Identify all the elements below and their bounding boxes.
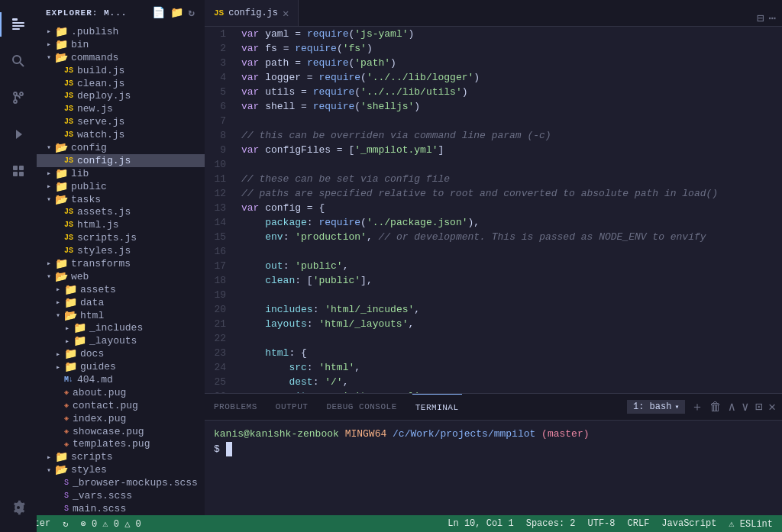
status-encoding[interactable]: UTF-8 [585, 518, 619, 529]
terminal-cursor [226, 442, 232, 457]
sidebar-item-assets-js[interactable]: JS assets.js [37, 205, 205, 218]
scroll-down-icon[interactable]: ∨ [742, 399, 749, 414]
terminal-content[interactable]: kanis@kanishk-zenbook MINGW64 /c/Work/pr… [205, 421, 782, 515]
debug-activity-icon[interactable] [0, 116, 37, 153]
tab-close-icon[interactable]: ✕ [283, 7, 289, 20]
layouts-arrow [61, 337, 73, 346]
browser-mockups-label: _browser-mockups.scss [73, 477, 198, 488]
sidebar-item-showcase[interactable]: ◈ showcase.pug [37, 425, 205, 438]
settings-activity-icon[interactable] [0, 489, 37, 526]
sidebar-item-styles-js[interactable]: JS styles.js [37, 244, 205, 257]
tab-output[interactable]: OUTPUT [273, 394, 312, 421]
search-activity-icon[interactable] [0, 43, 37, 79]
status-lint[interactable]: ⚠ ESLint [725, 518, 776, 530]
sidebar-item-public[interactable]: 📁 public [37, 180, 205, 193]
maximize-panel-icon[interactable]: ⊡ [755, 399, 763, 414]
bash-badge[interactable]: 1: bash ▾ [627, 400, 685, 414]
scroll-up-icon[interactable]: ∧ [728, 399, 735, 414]
styles-js-icon: JS [64, 247, 73, 255]
refresh-icon[interactable]: ↻ [189, 6, 196, 19]
status-position[interactable]: Ln 10, Col 1 [444, 518, 516, 529]
sidebar-item-html-js[interactable]: JS html.js [37, 218, 205, 231]
includes-label: _includes [89, 322, 143, 334]
sidebar-item-about[interactable]: ◈ about.pug [37, 386, 205, 399]
sidebar-item-web-html[interactable]: 📂 html [37, 309, 205, 322]
tab-bar: JS config.js ✕ ⊟ ⋯ [205, 0, 782, 27]
sidebar-item-browser-mockups[interactable]: S _browser-mockups.scss [37, 476, 205, 489]
tab-terminal[interactable]: TERMINAL [412, 394, 462, 421]
add-terminal-icon[interactable]: ＋ [691, 399, 703, 415]
alert-count: 0 [136, 519, 141, 530]
web-data-arrow [52, 298, 64, 307]
sidebar-item-watch[interactable]: JS watch.js [37, 128, 205, 141]
new-folder-icon[interactable]: 📁 [170, 6, 184, 19]
terminal-prompt: kanis@kanishk-zenbook MINGW64 /c/Work/pr… [214, 427, 773, 442]
sidebar-item-main-scss[interactable]: S main.scss [37, 502, 205, 515]
sidebar-item-index[interactable]: ◈ index.pug [37, 412, 205, 425]
sidebar-item-styles-folder[interactable]: 📂 styles [37, 463, 205, 476]
more-actions-icon[interactable]: ⋯ [768, 11, 776, 26]
new-file-icon[interactable]: 📄 [152, 6, 166, 19]
bin-arrow [43, 40, 55, 49]
sidebar-item-bin[interactable]: 📁 bin [37, 38, 205, 51]
extensions-activity-icon[interactable] [0, 153, 37, 189]
sidebar-item-includes[interactable]: 📁 _includes [37, 321, 205, 334]
lib-label: lib [71, 168, 89, 179]
status-language[interactable]: JavaScript [658, 518, 719, 529]
sidebar-item-config-js[interactable]: JS config.js [37, 154, 205, 167]
sidebar-item-config[interactable]: 📂 config [37, 141, 205, 154]
sidebar-item-templates[interactable]: ◈ templates.pug [37, 438, 205, 451]
sidebar-item-layouts[interactable]: 📁 _layouts [37, 334, 205, 347]
sidebar-item-vars-scss[interactable]: S _vars.scss [37, 489, 205, 502]
sidebar-item-serve[interactable]: JS serve.js [37, 115, 205, 128]
sidebar-item-new[interactable]: JS new.js [37, 102, 205, 115]
docs-folder-icon: 📁 [64, 347, 77, 360]
vars-scss-label: _vars.scss [73, 490, 132, 501]
explorer-icon[interactable] [0, 6, 37, 43]
git-activity-icon[interactable] [0, 79, 37, 116]
close-panel-icon[interactable]: ✕ [768, 399, 776, 414]
sidebar-item-guides[interactable]: 📁 guides [37, 360, 205, 373]
sidebar-item-404[interactable]: M↓ 404.md [37, 373, 205, 386]
config-js-icon: JS [64, 156, 73, 165]
sidebar-item-tasks[interactable]: 📂 tasks [37, 193, 205, 206]
svg-rect-3 [12, 28, 20, 30]
sidebar-item-commands[interactable]: 📂 commands [37, 51, 205, 64]
status-spaces[interactable]: Spaces: 2 [523, 518, 579, 529]
sidebar-item-docs[interactable]: 📁 docs [37, 347, 205, 360]
public-folder-icon: 📁 [55, 180, 68, 193]
tab-config-js[interactable]: JS config.js ✕ [205, 0, 299, 26]
sidebar-item-web-assets[interactable]: 📁 assets [37, 283, 205, 296]
sidebar-item-lib[interactable]: 📁 lib [37, 167, 205, 180]
sidebar-item-build[interactable]: JS build.js [37, 64, 205, 77]
tab-debug-console[interactable]: DEBUG CONSOLE [323, 394, 399, 421]
sidebar-item-clean[interactable]: JS clean.js [37, 77, 205, 90]
assets-js-icon: JS [64, 208, 73, 216]
status-line-ending[interactable]: CRLF [625, 518, 653, 529]
sidebar-item-transforms[interactable]: 📁 transforms [37, 257, 205, 270]
code-editor[interactable]: 1234567 891011121314 151617181920 212223… [205, 27, 782, 393]
kill-terminal-icon[interactable]: 🗑 [709, 400, 722, 414]
sidebar-item-deploy[interactable]: JS deploy.js [37, 89, 205, 102]
sidebar-item-scripts-folder[interactable]: 📁 scripts [37, 450, 205, 463]
sidebar-item-contact[interactable]: ◈ contact.pug [37, 399, 205, 412]
status-errors[interactable]: ⊗ 0 ⚠ 0 △ 0 [77, 518, 144, 530]
web-arrow [43, 272, 55, 281]
code-content[interactable]: var yaml = require('js-yaml') var fs = r… [235, 27, 782, 393]
sidebar-item-web-data[interactable]: 📁 data [37, 296, 205, 309]
tab-problems[interactable]: PROBLEMS [211, 394, 260, 421]
scripts-js-icon: JS [64, 234, 73, 242]
sidebar-item-scripts-js[interactable]: JS scripts.js [37, 231, 205, 244]
docs-label: docs [80, 348, 104, 360]
sidebar-item-publish[interactable]: 📁 .publish [37, 25, 205, 38]
watch-js-icon: JS [64, 131, 73, 139]
status-sync[interactable]: ↻ [60, 518, 71, 530]
web-html-label: html [80, 310, 104, 321]
templates-pug-icon: ◈ [64, 440, 69, 449]
transforms-label: transforms [71, 258, 131, 269]
split-editor-icon[interactable]: ⊟ [757, 11, 764, 26]
sidebar-item-web[interactable]: 📂 web [37, 270, 205, 283]
error-icon: ⊗ [80, 519, 86, 530]
bottom-panel: PROBLEMS OUTPUT DEBUG CONSOLE TERMINAL 1… [205, 393, 782, 515]
scripts-folder-icon: 📁 [55, 450, 68, 463]
